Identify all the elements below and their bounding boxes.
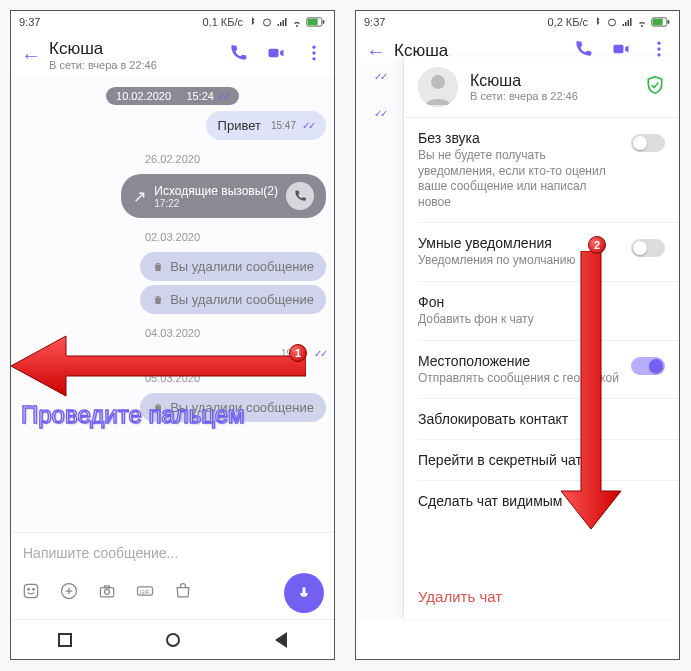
svg-point-9 [28,589,30,591]
signal-icon [276,16,288,28]
chat-name: Ксюша [49,39,220,59]
sticker-icon[interactable] [21,581,41,605]
svg-point-7 [312,57,315,60]
call-row[interactable]: ↗ Исходящие вызовы(2) 17:22 [19,174,326,218]
svg-rect-8 [24,584,37,597]
trash-icon [152,402,164,414]
nav-back-icon[interactable] [275,632,287,648]
alarm-icon [261,16,273,28]
message-text: Привет [218,118,261,133]
chat-body: 10.02.2020 15:24 ✓✓ Привет 15:47 ✓✓ 26.0… [11,77,334,532]
message-row[interactable]: Привет 15:47 ✓✓ [19,111,326,140]
svg-point-13 [105,589,110,594]
status-net: 0,2 КБ/с [547,16,588,28]
wifi-icon [291,16,303,28]
shield-icon [645,75,665,99]
setting-background[interactable]: ФонДобавить фон к чату [418,282,679,341]
toggle-smart[interactable] [631,239,665,257]
setting-secret-chat[interactable]: Перейти в секретный чат [418,440,679,481]
plus-icon[interactable] [59,581,79,605]
status-right: 0,2 КБ/с [547,16,671,28]
camera-icon[interactable] [97,581,117,605]
toggle-mute[interactable] [631,134,665,152]
svg-point-5 [312,46,315,49]
status-bar: 9:37 0,2 КБ/с [356,11,679,33]
call-time: 17:22 [154,198,278,209]
svg-point-27 [431,75,445,89]
message-input[interactable]: Напишите сообщение... [21,539,324,567]
chat-header: ← Ксюша В сети: вчера в 22:46 [11,33,334,77]
date-separator: 05.03.2020 [135,369,210,387]
bluetooth-icon [246,16,258,28]
setting-smart-notif[interactable]: Умные уведомленияУведомления по умолчани… [418,223,679,282]
android-navbar [11,619,334,659]
deleted-bubble: Вы удалили сообщение [140,252,326,281]
svg-point-6 [312,51,315,54]
status-net: 0,1 КБ/с [202,16,243,28]
message-row[interactable]: Вы удалили сообщение [19,393,326,422]
svg-point-25 [657,53,660,56]
date-separator: 04.03.2020 [135,324,210,342]
status-right: 0,1 КБ/с [202,16,326,28]
contact-presence: В сети: вчера в 22:46 [470,90,633,102]
gif-icon[interactable]: GIF [135,581,155,605]
message-time: 15:47 [271,120,296,131]
deleted-text: Вы удалили сообщение [170,292,314,307]
message-row[interactable]: Вы удалили сообщение [19,285,326,314]
mic-button[interactable] [284,573,324,613]
video-icon[interactable] [266,43,286,67]
svg-point-10 [33,589,35,591]
alarm-icon [606,16,618,28]
signal-icon [621,16,633,28]
call-bubble: ↗ Исходящие вызовы(2) 17:22 [121,174,326,218]
trash-icon [152,261,164,273]
svg-point-24 [657,47,660,50]
read-ticks-icon: ✓✓ [302,120,314,131]
setting-make-visible[interactable]: Сделать чат видимым [418,481,679,521]
back-icon[interactable]: ← [21,44,41,67]
deleted-text: Вы удалили сообщение [170,259,314,274]
phone-left: 9:37 0,1 КБ/с ← Ксюша В сети: вчера в 22… [10,10,335,660]
setting-mute[interactable]: Без звукаВы не будете получать уведомлен… [418,118,679,223]
nav-home-icon[interactable] [166,633,180,647]
battery-icon [306,16,326,28]
message-bubble: Привет 15:47 ✓✓ [206,111,326,140]
more-icon[interactable] [304,43,324,67]
bluetooth-icon [591,16,603,28]
status-time: 9:37 [19,16,40,28]
svg-rect-14 [105,586,110,588]
deleted-text: Вы удалили сообщение [170,400,314,415]
read-ticks-icon: ✓✓ [374,71,403,82]
battery-icon [651,16,671,28]
toggle-location[interactable] [631,357,665,375]
call-icon[interactable] [228,43,248,67]
chat-title-block[interactable]: Ксюша В сети: вчера в 22:46 [49,39,220,71]
nav-recent-icon[interactable] [58,633,72,647]
svg-rect-20 [653,19,663,26]
phone-icon [286,182,314,210]
contact-header[interactable]: Ксюша В сети: вчера в 22:46 [404,57,679,118]
settings-list: Без звукаВы не будете получать уведомлен… [404,118,679,574]
setting-block[interactable]: Заблокировать контакт [418,399,679,440]
phone-right: 9:37 0,2 КБ/с ← Ксюша ✓✓ ✓✓ [355,10,680,660]
status-time: 9:37 [364,16,385,28]
delete-chat-button[interactable]: Удалить чат [404,574,679,619]
read-ticks-icon: ✓✓ [314,348,326,359]
message-time: 19:34 [281,348,306,359]
settings-sheet: Ксюша В сети: вчера в 22:46 Без звукаВы … [404,57,679,619]
date-separator: 26.02.2020 [135,150,210,168]
svg-point-23 [657,42,660,45]
date-separator: 02.03.2020 [135,228,210,246]
message-row[interactable]: Вы удалили сообщение [19,252,326,281]
date-chip: 10.02.2020 15:24 ✓✓ [106,87,239,105]
chat-peek: ✓✓ ✓✓ [356,57,404,619]
shop-icon[interactable] [173,581,193,605]
svg-rect-4 [269,49,279,57]
call-label: Исходящие вызовы(2) [154,184,278,198]
deleted-bubble: Вы удалили сообщение [140,285,326,314]
read-ticks-icon: ✓✓ [374,108,403,119]
wifi-icon [636,16,648,28]
svg-rect-2 [308,19,318,26]
setting-location[interactable]: МестоположениеОтправлять сообщения с гео… [418,341,679,400]
message-row[interactable]: 19:34 ✓✓ [19,348,326,359]
